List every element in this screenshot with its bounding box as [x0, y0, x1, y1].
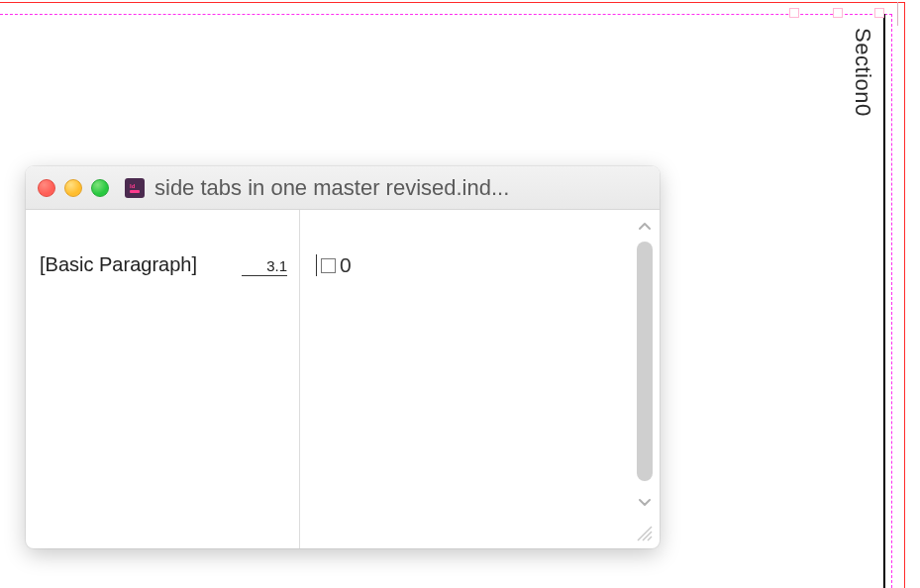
story-editor-body: [Basic Paragraph] 3.1 0 [26, 210, 660, 548]
story-editor-line[interactable]: 0 [318, 253, 620, 277]
paragraph-style-row: [Basic Paragraph] 3.1 [40, 253, 289, 276]
window-close-button[interactable] [38, 179, 55, 197]
scroll-up-button[interactable] [634, 216, 656, 238]
window-traffic-lights [38, 179, 109, 197]
page-rule [883, 14, 885, 588]
paragraph-style-column: [Basic Paragraph] 3.1 [26, 210, 300, 548]
svg-rect-2 [130, 190, 140, 193]
anchored-object-marker-icon[interactable] [321, 258, 336, 273]
window-title: side tabs in one master revised.ind... [154, 175, 648, 201]
story-editor-window: Id side tabs in one master revised.ind..… [26, 166, 660, 548]
window-titlebar[interactable]: Id side tabs in one master revised.ind..… [26, 166, 660, 210]
story-editor-text[interactable]: 0 [340, 253, 352, 277]
scroll-down-button[interactable] [634, 491, 656, 513]
window-zoom-button[interactable] [91, 179, 109, 197]
scrollbar-track[interactable] [637, 240, 653, 489]
frame-handle[interactable] [897, 2, 898, 26]
svg-text:Id: Id [130, 183, 136, 189]
frame-handle[interactable] [874, 8, 884, 18]
svg-line-5 [648, 537, 652, 540]
story-editor-area[interactable]: 0 [300, 210, 630, 548]
paragraph-style-name: [Basic Paragraph] [40, 253, 197, 276]
vertical-scrollbar[interactable] [632, 212, 658, 513]
story-text-column: 0 [300, 210, 660, 548]
text-caret [316, 254, 317, 276]
paragraph-style-depth-value: 3.1 [242, 257, 287, 276]
frame-handle[interactable] [833, 8, 843, 18]
indesign-document-icon: Id [125, 178, 145, 198]
frame-handle[interactable] [789, 8, 799, 18]
window-minimize-button[interactable] [64, 179, 82, 197]
window-resize-grip[interactable] [630, 519, 656, 544]
scrollbar-thumb[interactable] [637, 242, 653, 481]
svg-line-4 [643, 532, 652, 540]
side-tab-label[interactable]: Section0 [850, 28, 875, 117]
